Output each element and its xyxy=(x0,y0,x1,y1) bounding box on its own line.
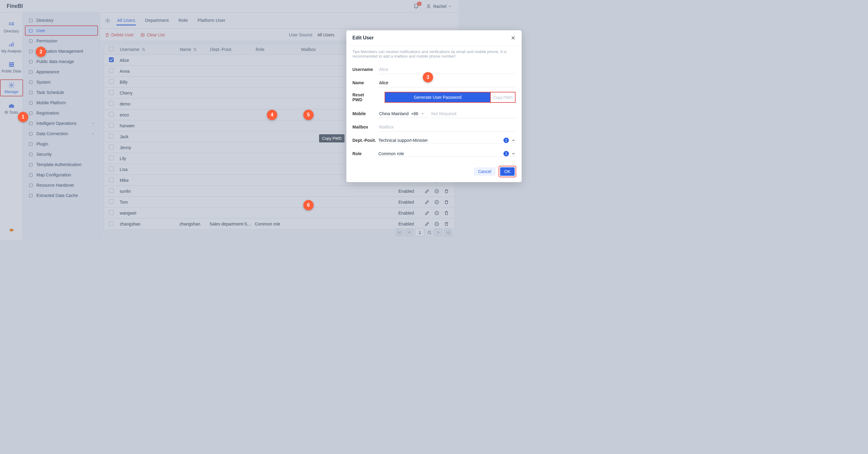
ok-button[interactable]: OK xyxy=(500,167,515,176)
callout-2: 2 xyxy=(36,47,46,57)
input-name[interactable] xyxy=(378,78,516,87)
callout-1: 1 xyxy=(18,112,28,122)
callout-3: 3 xyxy=(423,72,433,83)
chevron-down-icon[interactable] xyxy=(512,138,516,142)
dept-value: Technical support-Minister xyxy=(378,138,501,143)
callout-4: 4 xyxy=(267,110,277,120)
callout-6: 6 xyxy=(303,200,314,210)
cancel-button[interactable]: Cancel xyxy=(474,167,496,176)
role-value: Common role xyxy=(378,151,501,156)
role-count-badge: 1 xyxy=(503,151,509,156)
dept-count-badge: 1 xyxy=(503,138,509,143)
label-mobile: Mobile xyxy=(352,111,378,116)
modal-title: Edit User xyxy=(352,35,374,41)
input-mailbox[interactable] xyxy=(378,123,516,132)
callout-5: 5 xyxy=(303,110,314,120)
close-icon[interactable] xyxy=(511,35,516,40)
mobile-region-select[interactable]: China Mainland +86 xyxy=(378,110,427,118)
tooltip: Copy PWD xyxy=(319,134,344,142)
input-mobile[interactable] xyxy=(431,109,516,118)
label-name: Name xyxy=(352,80,378,85)
label-role: Role xyxy=(352,151,378,156)
label-mailbox: Mailbox xyxy=(352,125,378,129)
edit-user-modal: Edit User Tips:Members can receive notif… xyxy=(346,30,522,182)
chevron-down-icon xyxy=(421,112,424,116)
label-reset-pwd: Reset PWD xyxy=(352,92,372,102)
chevron-down-icon[interactable] xyxy=(512,152,516,156)
generate-password-button[interactable]: Generate User Password xyxy=(385,92,490,102)
label-username: Username xyxy=(352,67,378,72)
modal-tips: Tips:Members can receive notifications a… xyxy=(352,50,516,59)
label-dept: Dept.-Posit. xyxy=(352,138,378,143)
copy-password-button[interactable]: Copy PWD xyxy=(491,92,515,102)
input-username xyxy=(378,65,516,74)
modal-overlay: Edit User Tips:Members can receive notif… xyxy=(0,0,868,454)
